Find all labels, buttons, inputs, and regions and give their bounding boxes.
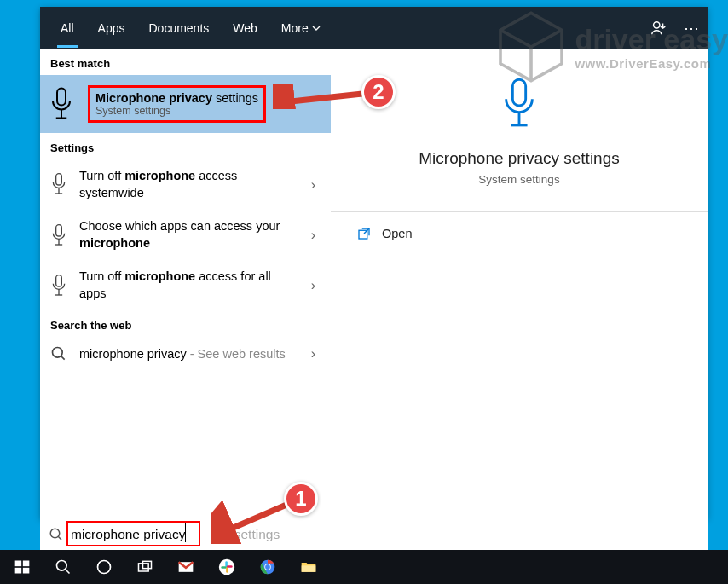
microphone-icon [50, 172, 67, 196]
taskbar-gmail[interactable] [165, 550, 206, 584]
svg-rect-24 [23, 561, 30, 567]
taskbar-explorer[interactable] [288, 550, 329, 584]
start-button[interactable] [2, 550, 43, 584]
svg-rect-6 [56, 174, 62, 185]
svg-rect-25 [15, 568, 22, 574]
chevron-right-icon: › [311, 346, 315, 361]
svg-rect-3 [57, 88, 66, 105]
svg-rect-41 [302, 565, 316, 572]
svg-rect-12 [56, 275, 62, 286]
taskbar [0, 550, 728, 584]
setting-item-label: Turn off microphone access for all apps [79, 269, 321, 302]
best-match-subtitle: System settings [95, 105, 258, 117]
best-match-highlight: Microphone privacy settings System setti… [88, 85, 266, 123]
svg-point-27 [57, 561, 67, 571]
tab-bar: All Apps Documents Web More ⋯ [40, 7, 708, 49]
search-icon [49, 527, 64, 542]
svg-point-29 [98, 561, 111, 574]
microphone-icon [50, 223, 67, 247]
setting-item-label: Turn off microphone access systemwide [79, 168, 321, 201]
microphone-icon [50, 274, 67, 298]
setting-item[interactable]: Turn off microphone access for all apps … [40, 260, 331, 310]
annotation-badge-2: 2 [361, 75, 396, 109]
text-caret [185, 523, 186, 542]
cortana-icon [95, 558, 113, 575]
svg-line-16 [61, 356, 65, 360]
more-options-icon[interactable]: ⋯ [684, 19, 699, 38]
tab-apps[interactable]: Apps [86, 9, 137, 47]
svg-line-43 [223, 505, 286, 532]
section-best-match: Best match [40, 49, 331, 75]
microphone-icon [49, 86, 74, 123]
svg-rect-35 [221, 566, 227, 569]
section-search-web: Search the web [40, 310, 331, 337]
tab-web[interactable]: Web [221, 9, 269, 47]
open-button[interactable]: Open [331, 212, 708, 255]
chevron-down-icon [312, 24, 321, 32]
chrome-icon [259, 558, 276, 575]
taskbar-taskview[interactable] [124, 550, 165, 584]
svg-rect-30 [139, 564, 149, 571]
setting-item[interactable]: Turn off microphone access systemwide › [40, 159, 331, 210]
open-icon [356, 226, 372, 241]
search-icon [55, 558, 72, 575]
chevron-right-icon: › [311, 228, 315, 243]
windows-icon [14, 558, 31, 575]
svg-rect-37 [227, 565, 233, 568]
svg-rect-36 [226, 567, 228, 573]
preview-title: Microphone privacy settings [419, 149, 620, 168]
tab-documents[interactable]: Documents [136, 9, 221, 47]
tab-all[interactable]: All [49, 9, 86, 47]
svg-point-2 [654, 21, 660, 27]
taskbar-cortana[interactable] [84, 550, 124, 584]
tab-more-label: More [281, 21, 309, 35]
taskview-icon [136, 558, 153, 575]
taskbar-search[interactable] [43, 550, 84, 584]
svg-point-21 [50, 529, 60, 538]
best-match-title: Microphone privacy settings [95, 91, 258, 105]
slack-icon [218, 558, 235, 575]
svg-rect-23 [15, 561, 22, 567]
annotation-badge-1: 1 [284, 482, 318, 516]
svg-rect-26 [23, 568, 30, 574]
search-icon [50, 345, 67, 362]
preview-subtitle: System settings [478, 173, 559, 186]
svg-line-28 [66, 570, 70, 574]
taskbar-slack[interactable] [206, 550, 247, 584]
open-label: Open [382, 227, 412, 240]
feedback-icon[interactable] [650, 19, 668, 38]
setting-item[interactable]: Choose which apps can access your microp… [40, 210, 331, 260]
tab-more[interactable]: More [269, 9, 332, 47]
svg-line-42 [283, 94, 362, 102]
web-result-label: microphone privacy - See web results [79, 346, 321, 363]
setting-item-label: Choose which apps can access your microp… [79, 218, 321, 252]
section-settings: Settings [40, 133, 331, 159]
annotation-arrow-2 [273, 84, 367, 109]
svg-rect-9 [56, 224, 62, 235]
svg-line-22 [58, 536, 61, 540]
taskbar-chrome[interactable] [247, 550, 288, 584]
web-result-item[interactable]: microphone privacy - See web results › [40, 337, 331, 371]
chevron-right-icon: › [311, 278, 315, 293]
annotation-arrow-1 [211, 501, 297, 544]
svg-point-15 [53, 348, 63, 358]
search-bar: microphone privacy settings [40, 518, 708, 550]
svg-rect-17 [512, 79, 525, 106]
chevron-right-icon: › [311, 177, 315, 193]
gmail-icon [177, 558, 194, 575]
search-input[interactable] [71, 527, 699, 542]
results-left-column: Best match Microphone privacy settings S… [40, 49, 331, 518]
svg-rect-31 [143, 561, 152, 568]
microphone-icon [500, 74, 539, 134]
results-preview-pane: Microphone privacy settings System setti… [331, 49, 708, 518]
folder-icon [300, 558, 317, 575]
